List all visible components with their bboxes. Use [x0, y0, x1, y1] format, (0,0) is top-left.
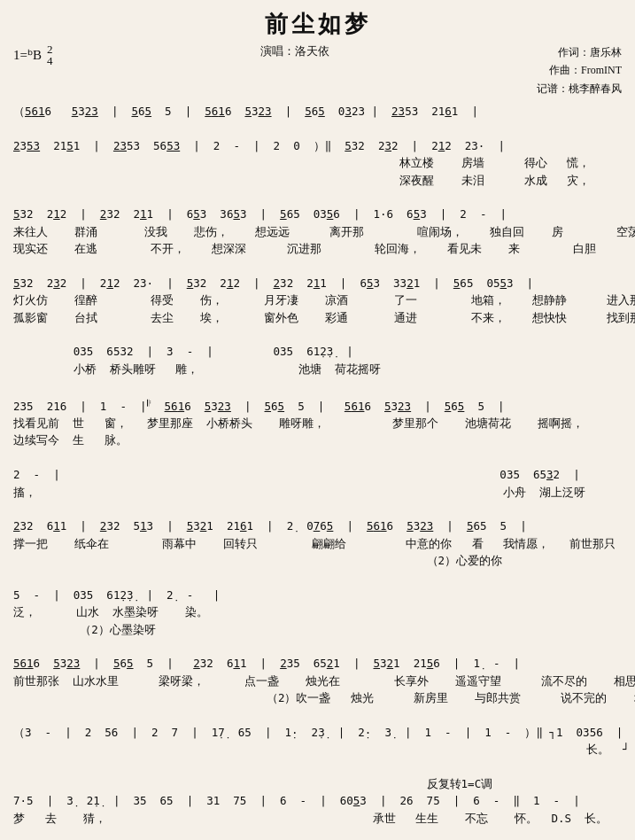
composer-label: 作曲：	[549, 64, 581, 76]
composer: FromINT	[581, 64, 622, 76]
lyricist-label: 作词：	[558, 46, 590, 58]
notation-label: 记谱：	[537, 82, 569, 95]
lyricist: 唐乐林	[590, 46, 622, 58]
song-title: 前尘如梦	[13, 9, 622, 40]
score-content: （5616 5323 | 565 5 | 5616 5323 | 565 032…	[13, 103, 622, 840]
performer: 洛天依	[295, 44, 329, 58]
score-lines: （5616 5323 | 565 5 | 5616 5323 | 565 032…	[13, 103, 622, 840]
time-signature: 2 4	[47, 43, 53, 66]
performer-label: 演唱：	[260, 44, 295, 58]
key-signature: 1=ᵇB	[13, 47, 42, 63]
notator: 桃李醉春风	[569, 82, 622, 95]
